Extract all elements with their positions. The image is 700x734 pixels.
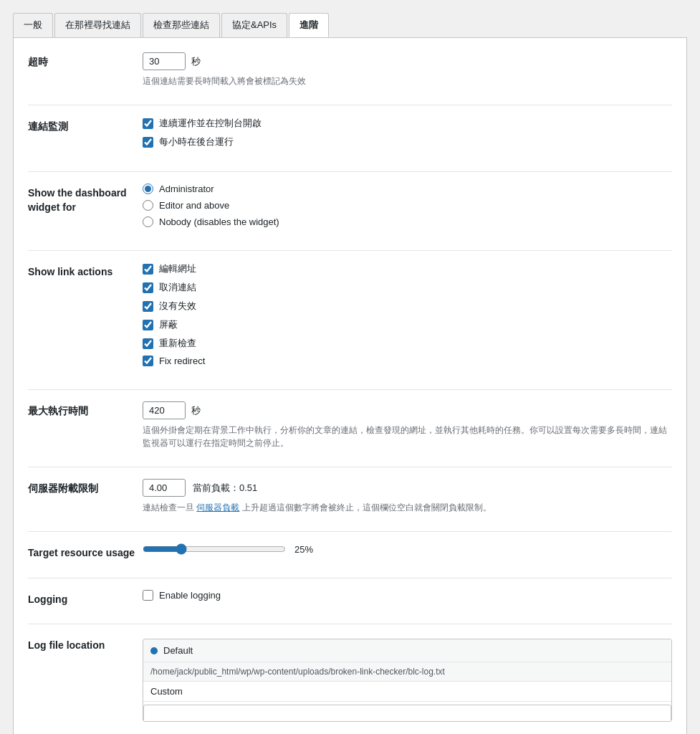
target-resource-label: Target resource usage — [28, 543, 143, 561]
action-recheck-checkbox[interactable] — [143, 338, 153, 349]
action-redirect-row: Fix redirect — [143, 356, 672, 366]
log-location-box: Default /home/jack/public_html/wp/wp-con… — [143, 639, 672, 722]
tab-protocols-apis[interactable]: 協定&APIs — [221, 13, 287, 37]
action-notbroken-checkbox[interactable] — [143, 301, 153, 312]
action-unlink-label: 取消連結 — [159, 281, 196, 294]
log-custom-input-area — [143, 701, 671, 721]
server-load-row: 當前負載：0.51 — [143, 479, 672, 497]
settings-panel: 超時 秒 這個連結需要長時間載入將會被標記為失效 連結監測 連續運作並在控制台開… — [13, 37, 687, 734]
log-file-content: Default /home/jack/public_html/wp/wp-con… — [143, 636, 672, 722]
action-dismiss-checkbox[interactable] — [143, 320, 153, 330]
tabs-bar: 一般 在那裡尋找連結 檢查那些連結 協定&APIs 進階 — [7, 7, 693, 37]
timeout-input[interactable] — [143, 52, 186, 70]
monitor-continuous-label: 連續運作並在控制台開啟 — [159, 117, 262, 130]
log-default-label: Default — [163, 645, 193, 656]
tab-check-links[interactable]: 檢查那些連結 — [143, 13, 220, 37]
timeout-unit: 秒 — [191, 55, 201, 68]
action-redirect-checkbox[interactable] — [143, 356, 153, 366]
tab-general[interactable]: 一般 — [13, 13, 53, 37]
server-load-link[interactable]: 伺服器負載 — [196, 502, 239, 513]
max-execution-hint: 這個外掛會定期在背景工作中執行，分析你的文章的連結，檢查發現的網址，並執行其他耗… — [143, 424, 672, 449]
server-load-content: 當前負載：0.51 連結檢查一旦 伺服器負載 上升超過這個數字將會被終止，這個欄… — [143, 479, 672, 514]
enable-logging-checkbox[interactable] — [143, 590, 153, 601]
widget-editor-radio[interactable] — [143, 200, 153, 211]
max-execution-row: 秒 — [143, 401, 672, 419]
logging-section: Logging Enable logging — [28, 590, 672, 607]
divider-4 — [28, 389, 672, 390]
divider-2 — [28, 171, 672, 172]
timeout-section: 超時 秒 這個連結需要長時間載入將會被標記為失效 — [28, 52, 672, 87]
action-unlink-row: 取消連結 — [143, 281, 672, 294]
max-execution-input[interactable] — [143, 401, 186, 419]
log-custom-option[interactable]: Custom — [143, 681, 671, 701]
log-default-dot — [150, 647, 158, 654]
hint-before: 連結檢查一旦 — [143, 502, 194, 513]
divider-1 — [28, 105, 672, 105]
monitor-hourly-checkbox[interactable] — [143, 137, 153, 148]
link-actions-section: Show link actions 編輯網址 取消連結 沒有失效 屏蔽 — [28, 262, 672, 372]
widget-admin-label: Administrator — [159, 184, 214, 194]
max-execution-content: 秒 這個外掛會定期在背景工作中執行，分析你的文章的連結，檢查發現的網址，並執行其… — [143, 401, 672, 449]
log-file-section: Log file location Default /home/jack/pub… — [28, 636, 672, 722]
monitor-continuous-checkbox[interactable] — [143, 118, 153, 129]
divider-7 — [28, 578, 672, 578]
dashboard-widget-label: Show the dashboard widget for — [28, 184, 143, 214]
widget-nobody-row: Nobody (disables the widget) — [143, 216, 672, 227]
log-custom-input[interactable] — [143, 705, 671, 722]
divider-3 — [28, 250, 672, 251]
action-recheck-label: 重新檢查 — [159, 337, 196, 350]
logging-label: Logging — [28, 590, 143, 607]
server-load-label: 伺服器附載限制 — [28, 479, 143, 496]
monitor-continuous-row: 連續運作並在控制台開啟 — [143, 117, 672, 130]
link-monitor-section: 連結監測 連續運作並在控制台開啟 每小時在後台運行 — [28, 117, 672, 154]
resource-slider[interactable] — [143, 543, 286, 555]
log-default-path: /home/jack/public_html/wp/wp-content/upl… — [143, 662, 671, 681]
target-resource-section: Target resource usage 25% — [28, 543, 672, 561]
action-edit-checkbox[interactable] — [143, 264, 153, 275]
dashboard-widget-section: Show the dashboard widget for Administra… — [28, 184, 672, 233]
server-load-input[interactable] — [143, 479, 186, 497]
hint-after: 上升超過這個數字將會被終止，這個欄位空白就會關閉負載限制。 — [242, 502, 492, 513]
logging-content: Enable logging — [143, 590, 672, 606]
action-redirect-label: Fix redirect — [159, 356, 205, 366]
action-dismiss-label: 屏蔽 — [159, 318, 178, 331]
max-execution-unit: 秒 — [191, 404, 201, 417]
slider-container: 25% — [143, 543, 672, 555]
monitor-hourly-row: 每小時在後台運行 — [143, 135, 672, 148]
server-load-hint: 連結檢查一旦 伺服器負載 上升超過這個數字將會被終止，這個欄位空白就會關閉負載限… — [143, 501, 672, 514]
action-edit-row: 編輯網址 — [143, 262, 672, 275]
action-unlink-checkbox[interactable] — [143, 282, 153, 293]
widget-nobody-radio[interactable] — [143, 216, 153, 227]
timeout-hint: 這個連結需要長時間載入將會被標記為失效 — [143, 75, 672, 87]
widget-editor-label: Editor and above — [159, 200, 229, 211]
enable-logging-row: Enable logging — [143, 590, 672, 601]
page-wrapper: 一般 在那裡尋找連結 檢查那些連結 協定&APIs 進階 超時 秒 這個連結需要… — [0, 0, 700, 734]
action-recheck-row: 重新檢查 — [143, 337, 672, 350]
link-actions-label: Show link actions — [28, 262, 143, 280]
timeout-row: 秒 — [143, 52, 672, 70]
action-notbroken-label: 沒有失效 — [159, 300, 196, 313]
max-execution-label: 最大執行時間 — [28, 401, 143, 419]
resource-percentage: 25% — [294, 544, 313, 555]
current-load-text: 當前負載：0.51 — [193, 482, 257, 495]
divider-8 — [28, 624, 672, 624]
log-default-option[interactable]: Default — [143, 639, 671, 662]
link-actions-content: 編輯網址 取消連結 沒有失效 屏蔽 重新檢查 — [143, 262, 672, 372]
tab-find-links[interactable]: 在那裡尋找連結 — [54, 13, 141, 37]
dashboard-widget-content: Administrator Editor and above Nobody (d… — [143, 184, 672, 233]
link-monitor-label: 連結監測 — [28, 117, 143, 134]
target-resource-content: 25% — [143, 543, 672, 555]
tab-advanced[interactable]: 進階 — [289, 13, 329, 37]
divider-5 — [28, 467, 672, 467]
link-monitor-content: 連續運作並在控制台開啟 每小時在後台運行 — [143, 117, 672, 154]
widget-admin-row: Administrator — [143, 184, 672, 194]
action-dismiss-row: 屏蔽 — [143, 318, 672, 331]
widget-nobody-label: Nobody (disables the widget) — [159, 216, 279, 227]
timeout-content: 秒 這個連結需要長時間載入將會被標記為失效 — [143, 52, 672, 87]
widget-admin-radio[interactable] — [143, 184, 153, 194]
server-load-section: 伺服器附載限制 當前負載：0.51 連結檢查一旦 伺服器負載 上升超過這個數字將… — [28, 479, 672, 514]
divider-6 — [28, 531, 672, 532]
action-edit-label: 編輯網址 — [159, 262, 196, 275]
monitor-hourly-label: 每小時在後台運行 — [159, 135, 234, 148]
log-file-label: Log file location — [28, 636, 143, 653]
